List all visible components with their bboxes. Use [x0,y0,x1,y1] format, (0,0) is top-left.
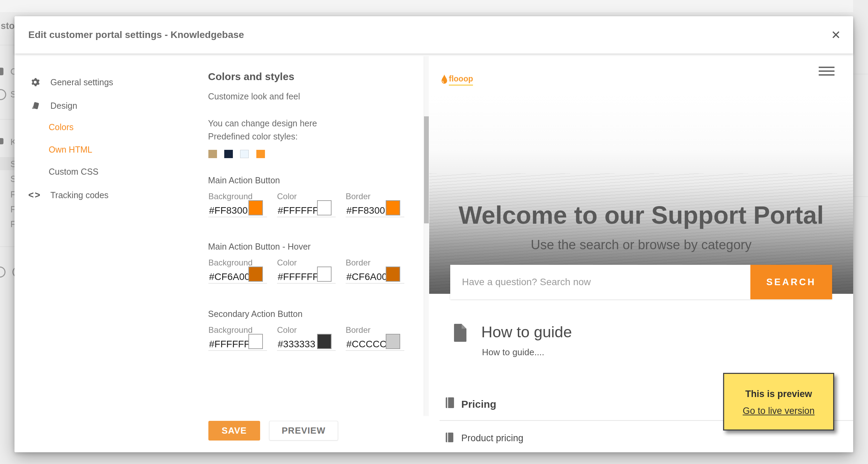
field-underline [277,283,336,283]
field-underline [208,350,267,351]
portal-logo-text: flooop [449,74,473,86]
edit-portal-settings-modal: Edit customer portal settings - Knowledg… [14,16,853,452]
backdrop-divider [0,45,14,45]
color-swatch[interactable] [248,334,263,349]
sidebar-item-custom-css[interactable]: Custom CSS [14,163,188,180]
backdrop-icon-fragment [0,138,3,144]
panel-subheading: Customize look and feel [208,91,300,102]
panel-help-text: Predefined color styles: [208,132,298,142]
panel-footer: SAVE PREVIEW [188,416,429,452]
color-swatch[interactable] [386,267,400,282]
gear-icon [30,77,40,87]
field-underline [346,350,404,351]
document-icon [454,324,466,342]
portal-preview: flooop Welcome to our Support Portal Use… [429,54,853,452]
predefined-style-swatch[interactable] [256,150,265,158]
backdrop-divider [0,119,14,119]
sidebar-item-design[interactable]: Design [14,97,188,114]
search-bar: SEARCH [450,265,832,299]
backdrop-top-strip [0,0,868,13]
field-underline [277,350,336,351]
modal-body: General settings Design Colors Own HTML [14,54,853,452]
preview-note-text: This is preview [724,389,833,399]
field-label: Border [346,325,371,335]
color-swatch[interactable] [248,200,263,215]
predefined-style-swatch[interactable] [208,150,217,158]
sidebar-item-label: Colors [49,122,73,132]
code-brackets-icon: <> [28,190,41,201]
book-icon [446,397,454,408]
color-swatch[interactable] [317,267,332,282]
color-swatch[interactable] [317,334,332,349]
color-swatch[interactable] [317,200,332,215]
predefined-style-swatch[interactable] [224,150,233,158]
panel-scrollbar[interactable] [424,56,429,416]
go-to-live-version-link[interactable]: Go to live version [724,406,833,416]
settings-sidebar: General settings Design Colors Own HTML [14,54,189,452]
field-value[interactable]: #FFFFFF [209,339,250,350]
portal-logo[interactable]: flooop [441,74,447,88]
color-swatch[interactable] [248,267,263,282]
sidebar-item-label: Custom CSS [49,167,98,177]
field-value[interactable]: #FF8300 [346,205,385,216]
field-value[interactable]: #333333 [278,339,315,350]
search-button[interactable]: SEARCH [750,265,832,299]
panel-heading: Colors and styles [208,71,294,83]
field-label: Background [208,325,253,335]
color-swatch[interactable] [386,334,400,349]
backdrop-icon-fragment [0,89,6,100]
modal-header: Edit customer portal settings - Knowledg… [14,16,853,54]
drop-icon [441,74,447,84]
hamburger-menu-icon[interactable] [819,67,835,78]
save-button[interactable]: SAVE [208,421,260,441]
predefined-style-swatch[interactable] [240,150,249,158]
preview-note: This is preview Go to live version [723,373,834,431]
field-label: Border [346,258,371,268]
preview-button[interactable]: PREVIEW [269,421,338,441]
colors-styles-panel: Colors and styles Customize look and fee… [188,54,430,452]
scrollbar-thumb[interactable] [424,116,429,223]
field-label: Color [277,192,297,201]
screen: stor C S K S S F F F Edit customer porta… [0,0,868,464]
hero-title: Welcome to our Support Portal [429,201,853,229]
section-title: Main Action Button - Hover [208,242,310,252]
modal-title: Edit customer portal settings - Knowledg… [28,16,244,54]
search-input[interactable] [450,265,750,299]
field-label: Background [208,258,253,268]
sidebar-item-label: General settings [50,77,113,87]
sidebar-item-label: Own HTML [49,145,92,155]
field-label: Background [208,192,253,201]
article-title[interactable]: How to guide [481,323,572,341]
article-description: How to guide.... [482,347,544,358]
field-value[interactable]: #FF8300 [209,205,248,216]
book-icon [446,433,453,442]
hero-subtitle: Use the search or browse by category [429,238,853,252]
sidebar-item-label: Design [50,101,77,111]
color-swatch[interactable] [386,200,400,215]
section-title: Main Action Button [208,175,280,185]
field-value[interactable]: #CF6A00 [346,271,387,282]
close-icon[interactable]: ✕ [828,27,844,42]
backdrop-icon-fragment [0,267,6,278]
design-icon [30,101,40,110]
field-value[interactable]: #FFFFFF [278,205,318,216]
backdrop-divider [0,246,14,247]
hero-banner: Welcome to our Support Portal Use the se… [429,93,853,294]
field-underline [208,283,267,283]
sidebar-item-label: Tracking codes [50,190,109,200]
field-value[interactable]: #CF6A00 [209,271,250,282]
field-underline [346,217,404,217]
category-product-pricing[interactable]: Product pricing [461,433,523,444]
field-value[interactable]: #FFFFFF [278,271,318,282]
sidebar-item-own-html[interactable]: Own HTML [14,141,188,158]
field-underline [208,217,267,217]
sidebar-item-tracking-codes[interactable]: <> Tracking codes [14,187,188,203]
sidebar-item-general-settings[interactable]: General settings [14,74,188,90]
field-label: Color [277,258,297,268]
field-underline [346,283,404,283]
category-pricing[interactable]: Pricing [461,398,496,410]
section-title: Secondary Action Button [208,309,303,319]
sidebar-item-colors[interactable]: Colors [14,119,188,135]
backdrop-icon-fragment [0,68,3,75]
field-label: Border [346,192,371,201]
